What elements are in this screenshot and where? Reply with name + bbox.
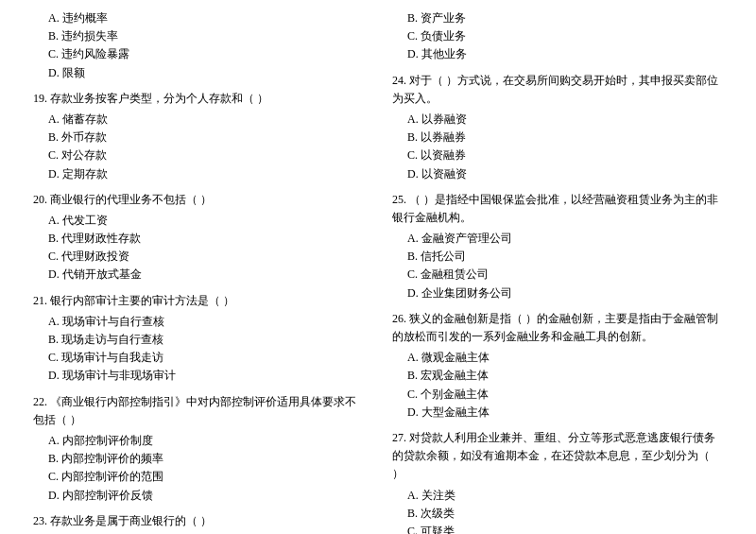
option-d-26: D. 大型金融主体: [392, 404, 723, 422]
question-block-border1-right: B. 资产业务 C. 负债业务 D. 其他业务: [392, 9, 723, 64]
option-c-19: C. 对公存款: [33, 146, 364, 164]
question-block-24: 24. 对于（ ）方式说，在交易所间购交易开始时，其申报买卖部位为买入。 A. …: [392, 72, 723, 183]
question-title-19: 19. 存款业务按客户类型，分为个人存款和（ ）: [33, 90, 364, 108]
option-c-24: C. 以资融券: [392, 146, 723, 164]
option-a-26: A. 微观金融主体: [392, 349, 723, 367]
option-c-20: C. 代理财政投资: [33, 248, 364, 266]
option-b-25: B. 信托公司: [392, 248, 723, 266]
option-d-24: D. 以资融资: [392, 165, 723, 183]
right-column: B. 资产业务 C. 负债业务 D. 其他业务 24. 对于（ ）方式说，在交易…: [378, 9, 728, 534]
option-b-21: B. 现场走访与自行查核: [33, 331, 364, 349]
option-b-border1: B. 违约损失率: [33, 27, 364, 45]
question-block-23: 23. 存款业务是属于商业银行的（ ） A. 中间业务: [33, 512, 364, 534]
option-b-27: B. 次级类: [392, 505, 723, 523]
question-title-20: 20. 商业银行的代理业务不包括（ ）: [33, 191, 364, 209]
option-c-border1-right: C. 负债业务: [392, 27, 723, 45]
question-block-21: 21. 银行内部审计主要的审计方法是（ ） A. 现场审计与自行查核 B. 现场…: [33, 292, 364, 386]
option-b-20: B. 代理财政性存款: [33, 230, 364, 248]
question-block-22: 22. 《商业银行内部控制指引》中对内部控制评价适用具体要求不包括（ ） A. …: [33, 393, 364, 505]
option-c-21: C. 现场审计与自我走访: [33, 349, 364, 367]
option-a-27: A. 关注类: [392, 487, 723, 505]
option-c-27: C. 可疑类: [392, 523, 723, 534]
option-d-22: D. 内部控制评价反馈: [33, 487, 364, 505]
question-title-27: 27. 对贷款人利用企业兼并、重组、分立等形式恶意逃废银行债务的贷款余额，如没有…: [392, 429, 723, 484]
left-column: A. 违约概率 B. 违约损失率 C. 违约风险暴露 D. 限额 19. 存款业…: [28, 9, 378, 534]
option-b-26: B. 宏观金融主体: [392, 367, 723, 385]
question-title-21: 21. 银行内部审计主要的审计方法是（ ）: [33, 292, 364, 310]
option-d-21: D. 现场审计与非现场审计: [33, 367, 364, 385]
question-block-26: 26. 狭义的金融创新是指（ ）的金融创新，主要是指由于金融管制的放松而引发的一…: [392, 310, 723, 422]
option-d-border1-right: D. 其他业务: [392, 45, 723, 63]
page-content: A. 违约概率 B. 违约损失率 C. 违约风险暴露 D. 限额 19. 存款业…: [28, 9, 728, 534]
question-title-23: 23. 存款业务是属于商业银行的（ ）: [33, 512, 364, 530]
option-a-25: A. 金融资产管理公司: [392, 230, 723, 248]
option-a-border1: A. 违约概率: [33, 9, 364, 27]
question-title-25: 25. （ ）是指经中国银保监会批准，以经营融资租赁业务为主的非银行金融机构。: [392, 191, 723, 227]
question-title-24: 24. 对于（ ）方式说，在交易所间购交易开始时，其申报买卖部位为买入。: [392, 72, 723, 108]
option-d-20: D. 代销开放式基金: [33, 266, 364, 284]
option-b-24: B. 以券融券: [392, 129, 723, 146]
option-a-20: A. 代发工资: [33, 212, 364, 230]
option-a-19: A. 储蓄存款: [33, 111, 364, 129]
question-title-26: 26. 狭义的金融创新是指（ ）的金融创新，主要是指由于金融管制的放松而引发的一…: [392, 310, 723, 346]
question-block-border1: A. 违约概率 B. 违约损失率 C. 违约风险暴露 D. 限额: [33, 9, 364, 82]
option-b-22: B. 内部控制评价的频率: [33, 450, 364, 468]
question-block-20: 20. 商业银行的代理业务不包括（ ） A. 代发工资 B. 代理财政性存款 C…: [33, 191, 364, 284]
option-d-border1: D. 限额: [33, 64, 364, 82]
option-b-19: B. 外币存款: [33, 129, 364, 146]
option-d-25: D. 企业集团财务公司: [392, 284, 723, 302]
option-a-24: A. 以券融资: [392, 111, 723, 129]
question-block-27: 27. 对贷款人利用企业兼并、重组、分立等形式恶意逃废银行债务的贷款余额，如没有…: [392, 429, 723, 534]
question-block-19: 19. 存款业务按客户类型，分为个人存款和（ ） A. 储蓄存款 B. 外币存款…: [33, 90, 364, 183]
question-title-22: 22. 《商业银行内部控制指引》中对内部控制评价适用具体要求不包括（ ）: [33, 393, 364, 429]
option-b-border1-right: B. 资产业务: [392, 9, 723, 27]
option-a-21: A. 现场审计与自行查核: [33, 313, 364, 331]
option-c-25: C. 金融租赁公司: [392, 266, 723, 284]
option-d-19: D. 定期存款: [33, 165, 364, 183]
option-c-22: C. 内部控制评价的范围: [33, 468, 364, 486]
option-c-border1: C. 违约风险暴露: [33, 45, 364, 63]
option-c-26: C. 个别金融主体: [392, 386, 723, 404]
question-block-25: 25. （ ）是指经中国银保监会批准，以经营融资租赁业务为主的非银行金融机构。 …: [392, 191, 723, 302]
option-a-22: A. 内部控制评价制度: [33, 432, 364, 450]
